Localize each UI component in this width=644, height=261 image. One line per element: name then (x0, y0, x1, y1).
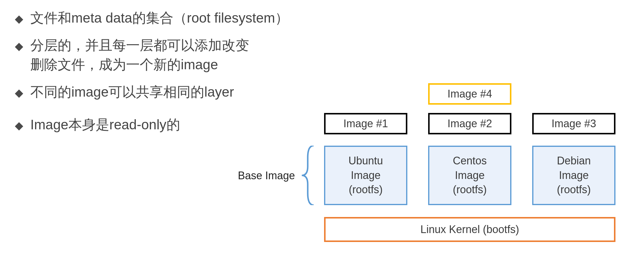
ubuntu-base-box: Ubuntu Image (rootfs) (324, 146, 407, 205)
image3-box: Image #3 (532, 113, 615, 134)
bullet-item: 文件和meta data的集合（root filesystem） (15, 8, 327, 27)
image2-box: Image #2 (428, 113, 511, 134)
brace-icon (297, 146, 315, 205)
diamond-icon (15, 11, 23, 20)
diamond-icon (15, 85, 23, 94)
diamond-icon (15, 118, 23, 126)
diamond-icon (15, 39, 23, 47)
image4-box: Image #4 (428, 83, 511, 105)
debian-base-box: Debian Image (rootfs) (532, 146, 615, 205)
image1-box: Image #1 (324, 113, 407, 134)
bullet-text: 分层的，并且每一层都可以添加改变 删除文件，成为一个新的image (30, 36, 249, 74)
bullet-text: 不同的image可以共享相同的layer (30, 82, 234, 101)
kernel-box: Linux Kernel (bootfs) (324, 217, 615, 242)
base-image-label: Base Image (238, 169, 295, 182)
bullet-text: Image本身是read-only的 (30, 115, 180, 134)
bullet-text: 文件和meta data的集合（root filesystem） (30, 8, 289, 27)
centos-base-box: Centos Image (rootfs) (428, 146, 511, 205)
layer-diagram: Base Image Image #4 Image #1 Ubuntu Imag… (238, 95, 636, 256)
bullet-item: 分层的，并且每一层都可以添加改变 删除文件，成为一个新的image (15, 36, 327, 74)
